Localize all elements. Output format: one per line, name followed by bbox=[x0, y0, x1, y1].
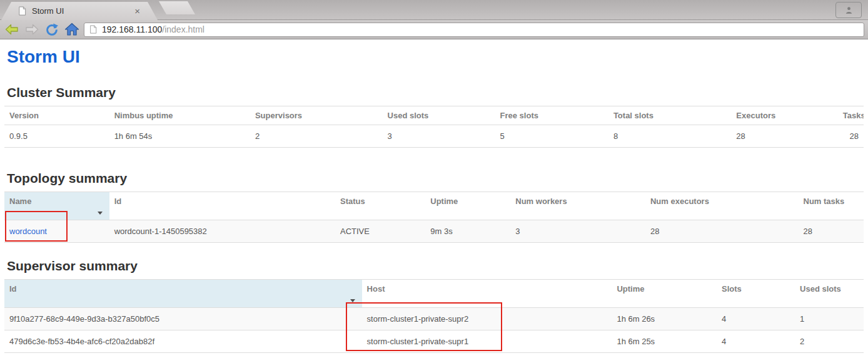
tab-title: Storm UI bbox=[32, 6, 64, 16]
topology-summary-table: Name Id Status Uptime Num workers Num ex… bbox=[4, 192, 864, 243]
cell-supervisor-used-slots: 1 bbox=[795, 308, 864, 330]
cell-tasks: 28 bbox=[838, 125, 864, 147]
forward-arrow-icon bbox=[24, 22, 39, 37]
refresh-button[interactable] bbox=[44, 22, 59, 38]
profile-button[interactable] bbox=[835, 2, 862, 18]
supervisor-row-2: 479d6c3e-fb53-4b4e-afc6-cf20a2dab82f sto… bbox=[4, 330, 864, 353]
refresh-icon bbox=[45, 23, 59, 36]
url-page-icon bbox=[89, 25, 98, 34]
col-executors[interactable]: Executors bbox=[731, 106, 837, 125]
col-used-slots[interactable]: Used slots bbox=[383, 106, 495, 125]
topology-row: wordcount wordcount-1-1450595382 ACTIVE … bbox=[4, 220, 864, 242]
cell-supervisor-host: storm-cluster1-private-supr2 bbox=[362, 308, 612, 330]
sort-desc-arrow-icon bbox=[350, 299, 355, 302]
col-host[interactable]: Host bbox=[362, 280, 612, 308]
cluster-summary-heading: Cluster Summary bbox=[7, 85, 864, 100]
page-title: Storm UI bbox=[7, 48, 864, 67]
cluster-summary-table: Version Nimbus uptime Supervisors Used s… bbox=[4, 106, 864, 148]
cell-supervisors: 2 bbox=[250, 125, 383, 147]
person-icon bbox=[844, 5, 854, 16]
cell-topology-name: wordcount bbox=[4, 220, 109, 242]
cell-supervisor-uptime: 1h 6m 25s bbox=[612, 330, 717, 353]
cell-free-slots: 5 bbox=[495, 125, 608, 147]
cell-topology-id: wordcount-1-1450595382 bbox=[109, 220, 335, 242]
col-status[interactable]: Status bbox=[335, 192, 425, 220]
cell-supervisor-id: 9f10a277-68c9-449e-9d3a-b327a50bf0c5 bbox=[4, 308, 362, 330]
page-content: Storm UI Cluster Summary Version Nimbus … bbox=[0, 48, 868, 353]
cell-used-slots: 3 bbox=[383, 125, 495, 147]
cluster-row: 0.9.5 1h 6m 54s 2 3 5 8 28 28 bbox=[4, 125, 864, 147]
cell-supervisor-id: 479d6c3e-fb53-4b4e-afc6-cf20a2dab82f bbox=[4, 330, 362, 353]
url-text: 192.168.11.100/index.html bbox=[102, 24, 204, 34]
supervisor-header-row: Id Host Uptime Slots Used slots bbox=[4, 280, 864, 308]
col-name-sorted[interactable]: Name bbox=[4, 192, 109, 220]
supervisor-row-1: 9f10a277-68c9-449e-9d3a-b327a50bf0c5 sto… bbox=[4, 308, 864, 330]
cell-total-slots: 8 bbox=[608, 125, 731, 147]
cell-topology-workers: 3 bbox=[510, 220, 645, 242]
cell-executors: 28 bbox=[731, 125, 837, 147]
browser-tab-strip: Storm UI × bbox=[0, 0, 868, 20]
col-nimbus-uptime[interactable]: Nimbus uptime bbox=[109, 106, 250, 125]
topology-header-row: Name Id Status Uptime Num workers Num ex… bbox=[4, 192, 864, 220]
tab-page-icon bbox=[18, 6, 27, 16]
col-num-executors[interactable]: Num executors bbox=[645, 192, 799, 220]
col-free-slots[interactable]: Free slots bbox=[495, 106, 608, 125]
home-button[interactable] bbox=[64, 22, 79, 38]
cell-supervisor-slots: 4 bbox=[717, 330, 795, 353]
col-used-slots[interactable]: Used slots bbox=[795, 280, 864, 308]
cell-supervisor-slots: 4 bbox=[717, 308, 795, 330]
col-version[interactable]: Version bbox=[4, 106, 109, 125]
new-tab-button[interactable] bbox=[159, 1, 195, 14]
topology-summary-heading: Topology summary bbox=[7, 171, 864, 185]
cell-supervisor-uptime: 1h 6m 26s bbox=[612, 308, 717, 330]
col-supervisor-uptime[interactable]: Uptime bbox=[612, 280, 717, 308]
browser-toolbar: 192.168.11.100/index.html bbox=[0, 20, 868, 39]
supervisor-summary-heading: Supervisor summary bbox=[7, 258, 864, 273]
cell-topology-status: ACTIVE bbox=[335, 220, 425, 242]
cell-supervisor-host: storm-cluster1-private-supr1 bbox=[362, 330, 612, 353]
col-tasks[interactable]: Tasks bbox=[838, 106, 864, 125]
tab-close-icon[interactable]: × bbox=[133, 6, 141, 16]
col-uptime[interactable]: Uptime bbox=[425, 192, 510, 220]
cell-supervisor-used-slots: 2 bbox=[795, 330, 864, 353]
cell-topology-executors: 28 bbox=[645, 220, 799, 242]
home-icon bbox=[64, 22, 79, 37]
sort-desc-arrow-icon bbox=[98, 212, 103, 215]
supervisor-summary-table: Id Host Uptime Slots Used slots 9f10a277… bbox=[4, 279, 864, 353]
back-arrow-icon bbox=[4, 22, 19, 37]
cell-topology-uptime: 9m 3s bbox=[425, 220, 510, 242]
col-total-slots[interactable]: Total slots bbox=[608, 106, 731, 125]
url-path: /index.html bbox=[162, 24, 204, 34]
cell-version: 0.9.5 bbox=[4, 125, 109, 147]
col-supervisor-id-sorted[interactable]: Id bbox=[4, 280, 362, 308]
forward-button[interactable] bbox=[24, 22, 39, 38]
address-bar[interactable]: 192.168.11.100/index.html bbox=[84, 23, 864, 37]
cluster-header-row: Version Nimbus uptime Supervisors Used s… bbox=[4, 106, 864, 125]
col-num-workers[interactable]: Num workers bbox=[510, 192, 645, 220]
col-name-label: Name bbox=[9, 197, 31, 206]
col-num-tasks[interactable]: Num tasks bbox=[799, 192, 864, 220]
back-button[interactable] bbox=[4, 22, 19, 38]
col-slots[interactable]: Slots bbox=[717, 280, 795, 308]
browser-tab[interactable]: Storm UI × bbox=[1, 2, 158, 20]
cell-nimbus-uptime: 1h 6m 54s bbox=[109, 125, 250, 147]
url-host: 192.168.11.100 bbox=[102, 24, 162, 34]
col-supervisor-id-label: Id bbox=[9, 284, 17, 294]
col-id[interactable]: Id bbox=[109, 192, 335, 220]
topology-link[interactable]: wordcount bbox=[9, 227, 47, 236]
col-supervisors[interactable]: Supervisors bbox=[250, 106, 383, 125]
cell-topology-tasks: 28 bbox=[799, 220, 864, 242]
